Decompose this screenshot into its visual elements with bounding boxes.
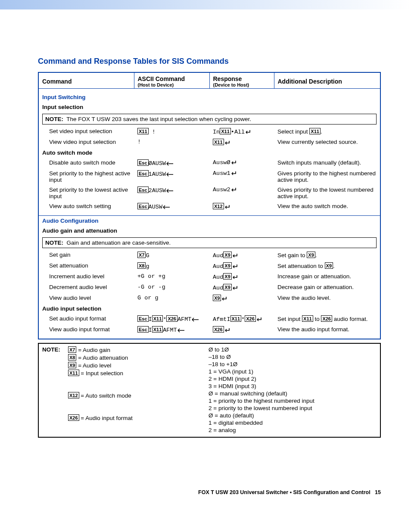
table-row: Decrement audio level -G or -g AudX9 Dec… (38, 282, 380, 293)
note-box-1: NOTE: The FOX T USW 203 saves the last i… (42, 114, 377, 124)
return-icon (245, 130, 252, 135)
hdr-desc: Additional Description (274, 72, 380, 89)
table-row: Set attenuation X8g AudX9 Set attenuatio… (38, 261, 380, 271)
note-row-1: NOTE: The FOX T USW 203 saves the last i… (38, 112, 380, 126)
left-arrow-icon (166, 189, 174, 193)
table-row: View auto switch setting EscAUSW X12 Vie… (38, 201, 380, 212)
sub-input-selection: Input selection (38, 102, 380, 112)
hdr-ascii: ASCII Command(Host to Device) (134, 72, 209, 89)
hdr-command: Command (38, 72, 134, 89)
return-icon (232, 264, 239, 269)
return-icon (221, 296, 228, 302)
return-icon (230, 160, 237, 165)
note-label: NOTE: (42, 346, 68, 434)
return-icon (224, 140, 231, 146)
table-row: Set gain X7G AudX9 Set gain to X9. (38, 250, 380, 261)
group-input-switching: Input Switching (38, 92, 380, 102)
note-box-2: NOTE: Gain and attenuation are case-sens… (42, 237, 377, 248)
table-row: Set audio input format EscIX11*X26AFMT A… (38, 314, 380, 324)
sub-audio-input-sel: Audio input selection (38, 304, 380, 314)
table-row: Disable auto switch mode EscØAUSW AuswØ … (38, 158, 380, 168)
table-row: View video input selection ! X11 View cu… (38, 137, 380, 148)
sub-auto-switch: Auto switch mode (38, 148, 380, 158)
table-row: Increment audio level +G or +g AudX9 Inc… (38, 271, 380, 282)
return-icon (232, 286, 239, 291)
table-row: Set priority to the highest active input… (38, 168, 380, 185)
note-row-2: NOTE: Gain and attenuation are case-sens… (38, 236, 380, 250)
hdr-response: Response(Device to Host) (209, 72, 274, 89)
group-audio-config: Audio Configuration (38, 216, 380, 226)
table-row: Set priority to the lowest active input … (38, 185, 380, 201)
page-footer: FOX T USW 203 Universal Switcher • SIS C… (38, 489, 381, 495)
table-row: View audio input format EscIX11AFMT X26 … (38, 324, 380, 335)
return-icon (224, 328, 231, 333)
definitions-note-block: NOTE: X7 = Audio gain X8 = Audio attenua… (38, 343, 381, 438)
sis-command-table: Command ASCII Command(Host to Device) Re… (38, 72, 381, 339)
return-icon (232, 275, 239, 280)
table-row: Set video input selection X11 ! InX11•Al… (38, 126, 380, 137)
return-icon (230, 171, 237, 176)
return-icon (224, 205, 231, 210)
table-header-row: Command ASCII Command(Host to Device) Re… (38, 72, 380, 89)
return-icon (230, 187, 237, 193)
table-row: View audio level G or g X9 View the audi… (38, 293, 380, 304)
left-arrow-icon (177, 328, 185, 333)
left-arrow-icon (191, 317, 199, 322)
top-gradient-bar (0, 0, 411, 9)
return-icon (256, 317, 263, 322)
left-arrow-icon (166, 162, 174, 166)
page-content: Command and Response Tables for SIS Comm… (0, 9, 411, 513)
sub-audio-gain: Audio gain and attenuation (38, 226, 380, 236)
return-icon (232, 253, 239, 258)
left-arrow-icon (162, 205, 170, 209)
section-title: Command and Response Tables for SIS Comm… (38, 57, 381, 66)
left-arrow-icon (166, 172, 174, 177)
